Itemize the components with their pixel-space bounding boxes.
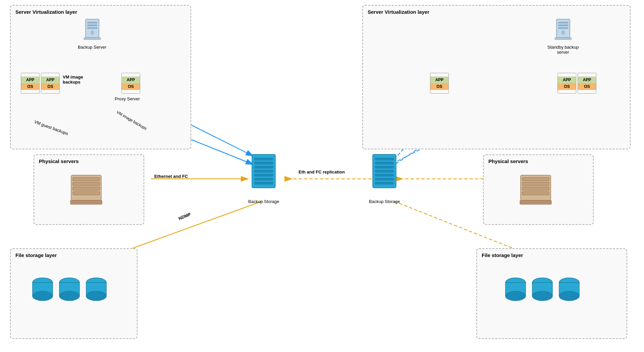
svg-rect-29 — [70, 200, 102, 204]
svg-point-40 — [33, 291, 53, 301]
svg-point-59 — [561, 30, 565, 35]
svg-point-43 — [59, 291, 79, 301]
right-file-storage-box: File storage layer — [476, 248, 627, 339]
proxy-vm-app: APP — [122, 77, 140, 83]
svg-rect-60 — [555, 38, 572, 40]
right-physical-label: Physical servers — [488, 158, 528, 164]
right-vm-app-2: APP — [558, 77, 576, 83]
svg-point-69 — [505, 291, 526, 301]
left-physical-server-icon — [68, 173, 105, 208]
svg-point-46 — [86, 291, 106, 301]
svg-rect-35 — [254, 174, 273, 177]
right-vm-os-1: OS — [430, 83, 448, 90]
svg-rect-33 — [254, 166, 273, 168]
standby-server-icon — [551, 16, 575, 43]
left-file-storage-label: File storage layer — [15, 252, 57, 258]
svg-rect-49 — [375, 162, 394, 164]
eth-fc-replication-label: Eth and FC replication — [299, 169, 345, 174]
svg-rect-65 — [522, 192, 549, 195]
backup-server-label: Backup Server — [78, 45, 106, 50]
right-vm-app-1: APP — [430, 77, 448, 83]
vm-app-1: APP — [21, 77, 39, 83]
ndmp-label: NDMP — [178, 212, 192, 221]
vm-image-backups-diagonal-label: VM image backups — [116, 110, 148, 131]
svg-point-72 — [532, 291, 552, 301]
right-backup-storage-area: Backup Storage — [369, 153, 400, 204]
left-virt-label: Server Virtualization layer — [15, 9, 77, 15]
right-vm-1: APP OS — [430, 73, 449, 94]
vm-image-backups-label: VM imagebackups — [63, 74, 100, 85]
vm-app-2: APP — [41, 77, 59, 83]
svg-rect-51 — [375, 170, 394, 172]
svg-rect-52 — [375, 174, 394, 177]
svg-rect-37 — [254, 182, 273, 185]
right-nas-icon — [504, 276, 581, 304]
svg-rect-28 — [73, 192, 100, 195]
left-nas-icon — [31, 276, 108, 304]
right-physical-server-icon — [517, 173, 554, 208]
right-backup-storage-label: Backup Storage — [369, 199, 400, 204]
right-virt-label: Server Virtualization layer — [368, 9, 429, 15]
svg-rect-62 — [522, 178, 549, 181]
right-virtualization-box: Server Virtualization layer Standby back… — [362, 5, 631, 149]
svg-rect-26 — [73, 182, 100, 186]
right-vm-2: APP OS — [557, 73, 576, 94]
svg-rect-32 — [254, 162, 273, 164]
svg-rect-21 — [87, 27, 97, 29]
svg-rect-58 — [558, 27, 568, 29]
right-backup-storage-icon — [371, 153, 398, 196]
left-backup-storage-icon — [250, 153, 277, 196]
left-file-storage-box: File storage layer — [10, 248, 138, 339]
backup-server-icon — [80, 16, 104, 43]
right-vm-3: APP OS — [578, 73, 596, 94]
ethernet-fc-label: Ethernet and FC — [154, 174, 188, 179]
right-file-storage-label: File storage layer — [482, 252, 523, 258]
left-vm-2: APP OS — [41, 73, 60, 94]
left-backup-storage-label: Backup Storage — [248, 199, 279, 204]
left-backup-storage-area: Backup Storage — [248, 153, 279, 204]
right-vm-app-3: APP — [578, 77, 596, 83]
standby-backup-server-area: Standby backupserver — [547, 16, 579, 55]
proxy-server-label: Proxy Server — [115, 96, 140, 101]
svg-rect-50 — [375, 166, 394, 168]
svg-rect-36 — [254, 178, 273, 181]
svg-rect-48 — [375, 158, 394, 160]
svg-rect-53 — [375, 178, 394, 181]
svg-rect-31 — [254, 158, 273, 160]
backup-server-area: Backup Server — [78, 16, 106, 50]
proxy-vm: APP OS — [121, 73, 140, 94]
svg-rect-23 — [84, 38, 101, 40]
vm-os-1: OS — [21, 83, 39, 90]
svg-rect-25 — [73, 178, 100, 181]
right-vm-os-2: OS — [558, 83, 576, 90]
svg-rect-27 — [73, 187, 100, 190]
svg-rect-66 — [520, 200, 551, 204]
svg-rect-54 — [375, 182, 394, 185]
svg-rect-63 — [522, 182, 549, 186]
left-virtualization-box: Server Virtualization layer Backup Serve… — [10, 5, 191, 149]
svg-point-22 — [91, 30, 94, 35]
proxy-vm-os: OS — [122, 83, 140, 90]
right-physical-box: Physical servers — [483, 154, 594, 225]
right-vm-os-3: OS — [578, 83, 596, 90]
svg-rect-20 — [87, 24, 97, 26]
svg-point-75 — [559, 291, 579, 301]
vm-os-2: OS — [41, 83, 59, 90]
svg-rect-64 — [522, 187, 549, 190]
diagram: Server Virtualization layer Backup Serve… — [0, 0, 644, 352]
svg-rect-34 — [254, 170, 273, 172]
svg-rect-56 — [558, 22, 568, 23]
standby-backup-label: Standby backupserver — [547, 45, 579, 55]
left-physical-box: Physical servers — [34, 154, 144, 225]
svg-rect-19 — [87, 22, 97, 23]
svg-rect-57 — [558, 24, 568, 26]
left-vm-1: APP OS — [21, 73, 40, 94]
left-physical-label: Physical servers — [39, 158, 78, 164]
